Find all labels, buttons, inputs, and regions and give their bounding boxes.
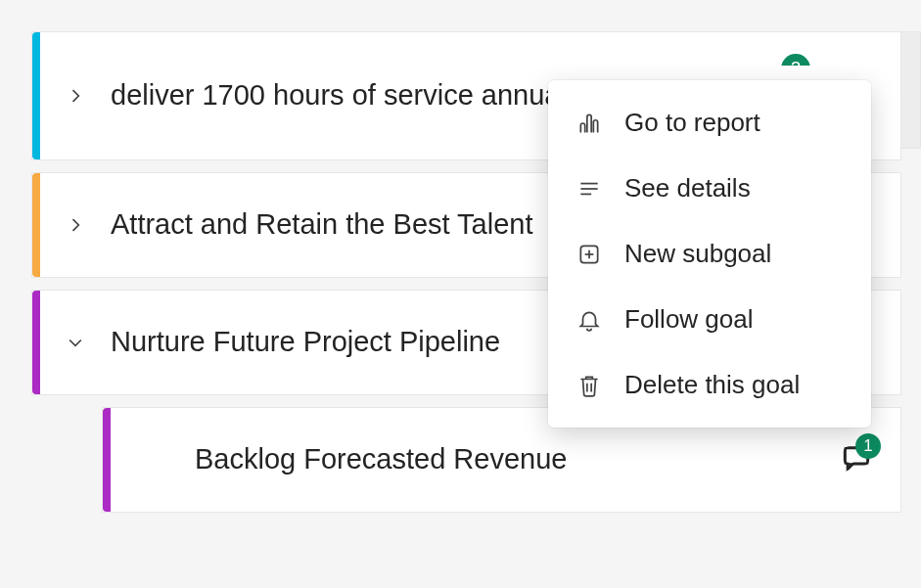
status-stripe	[32, 291, 40, 394]
list-lines-icon	[576, 175, 603, 203]
menu-new-subgoal[interactable]: New subgoal	[548, 221, 871, 287]
comments-button[interactable]: 1	[840, 441, 873, 478]
menu-label: Follow goal	[624, 304, 754, 335]
goal-context-menu: Go to report See details New subgoal Fol…	[548, 80, 871, 428]
menu-delete-goal[interactable]: Delete this goal	[548, 352, 871, 418]
bell-icon	[576, 306, 603, 334]
chevron-right-icon	[66, 215, 85, 235]
status-stripe	[32, 173, 40, 277]
expand-toggle[interactable]	[40, 333, 111, 352]
chevron-down-icon	[66, 333, 85, 352]
add-square-icon	[576, 241, 603, 268]
menu-label: Go to report	[624, 108, 760, 138]
menu-label: New subgoal	[624, 239, 771, 269]
chevron-right-icon	[66, 86, 85, 106]
menu-follow-goal[interactable]: Follow goal	[548, 287, 871, 352]
status-stripe	[32, 32, 40, 159]
comment-count-badge: 1	[855, 433, 881, 459]
expand-toggle[interactable]	[40, 215, 111, 235]
bar-chart-icon	[576, 110, 603, 137]
trash-icon	[576, 372, 603, 399]
menu-go-to-report[interactable]: Go to report	[548, 90, 871, 156]
expand-toggle[interactable]	[40, 86, 111, 106]
menu-label: See details	[624, 173, 751, 204]
menu-see-details[interactable]: See details	[548, 156, 871, 221]
menu-label: Delete this goal	[624, 370, 800, 400]
status-stripe	[103, 408, 111, 512]
subgoal-title: Backlog Forecasted Revenue	[195, 440, 840, 478]
